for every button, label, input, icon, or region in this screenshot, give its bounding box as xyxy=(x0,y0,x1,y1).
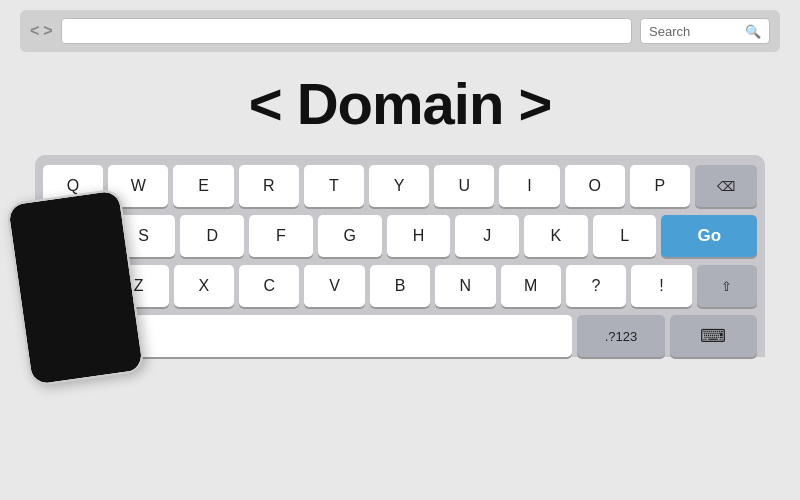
keyboard: Q W E R T Y U I O P ⌫ A S D F G H J K L … xyxy=(35,155,765,357)
key-g[interactable]: G xyxy=(318,215,382,257)
back-arrow[interactable]: < xyxy=(30,23,39,39)
key-d[interactable]: D xyxy=(180,215,244,257)
shift-right-icon: ⇧ xyxy=(721,279,732,294)
key-n[interactable]: N xyxy=(435,265,495,307)
key-f[interactable]: F xyxy=(249,215,313,257)
backspace-icon: ⌫ xyxy=(717,179,735,194)
key-u[interactable]: U xyxy=(434,165,494,207)
key-exclamation[interactable]: ! xyxy=(631,265,691,307)
key-k[interactable]: K xyxy=(524,215,588,257)
key-question[interactable]: ? xyxy=(566,265,626,307)
key-go[interactable]: Go xyxy=(661,215,757,257)
keyboard-row-3: ⇧ Z X C V B N M ? ! ⇧ xyxy=(43,265,757,307)
key-m[interactable]: M xyxy=(501,265,561,307)
key-p[interactable]: P xyxy=(630,165,690,207)
key-y[interactable]: Y xyxy=(369,165,429,207)
key-j[interactable]: J xyxy=(455,215,519,257)
key-e[interactable]: E xyxy=(173,165,233,207)
browser-bar: < > Search 🔍 xyxy=(20,10,780,52)
key-backspace[interactable]: ⌫ xyxy=(695,165,757,207)
keyboard-row-bottom: .?123 .?123 ⌨ xyxy=(43,315,757,357)
search-icon: 🔍 xyxy=(745,24,761,39)
key-i[interactable]: I xyxy=(499,165,559,207)
search-bar[interactable]: Search 🔍 xyxy=(640,18,770,44)
forward-arrow[interactable]: > xyxy=(43,23,52,39)
keyboard-icon: ⌨ xyxy=(700,325,726,347)
phone-screen xyxy=(8,190,143,385)
keyboard-row-2: A S D F G H J K L Go xyxy=(43,215,757,257)
key-x[interactable]: X xyxy=(174,265,234,307)
key-h[interactable]: H xyxy=(387,215,451,257)
domain-heading: < Domain > xyxy=(0,70,800,137)
keyboard-row-1: Q W E R T Y U I O P ⌫ xyxy=(43,165,757,207)
key-o[interactable]: O xyxy=(565,165,625,207)
key-space[interactable] xyxy=(135,315,572,357)
key-c[interactable]: C xyxy=(239,265,299,307)
key-t[interactable]: T xyxy=(304,165,364,207)
key-b[interactable]: B xyxy=(370,265,430,307)
nav-arrows: < > xyxy=(30,23,53,39)
key-numeric-right[interactable]: .?123 xyxy=(577,315,664,357)
key-shift-right[interactable]: ⇧ xyxy=(697,265,757,307)
url-bar[interactable] xyxy=(61,18,632,44)
key-r[interactable]: R xyxy=(239,165,299,207)
key-v[interactable]: V xyxy=(304,265,364,307)
key-l[interactable]: L xyxy=(593,215,657,257)
key-keyboard-icon[interactable]: ⌨ xyxy=(670,315,757,357)
search-label: Search xyxy=(649,24,690,39)
